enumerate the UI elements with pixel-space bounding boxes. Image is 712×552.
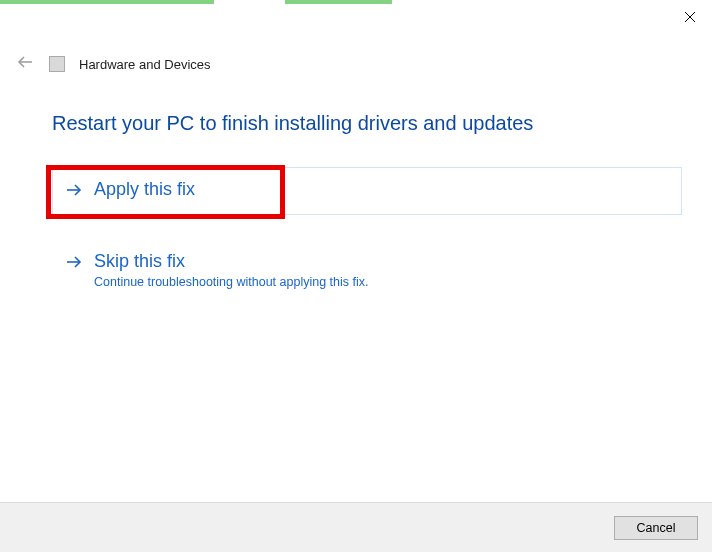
- cancel-button-label: Cancel: [637, 521, 676, 535]
- header-title: Hardware and Devices: [79, 57, 211, 72]
- titlebar: [0, 4, 712, 36]
- skip-fix-title: Skip this fix: [94, 251, 368, 273]
- troubleshooter-icon: [49, 56, 65, 72]
- back-button[interactable]: [15, 54, 35, 74]
- skip-fix-texts: Skip this fix Continue troubleshooting w…: [94, 251, 368, 289]
- header-row: Hardware and Devices: [15, 52, 697, 76]
- cancel-button[interactable]: Cancel: [614, 516, 698, 540]
- apply-fix-option[interactable]: Apply this fix: [52, 167, 682, 211]
- apply-fix-wrap: Apply this fix: [52, 167, 682, 211]
- main-heading: Restart your PC to finish installing dri…: [52, 110, 682, 137]
- footer-bar: Cancel: [0, 502, 712, 552]
- skip-fix-option[interactable]: Skip this fix Continue troubleshooting w…: [52, 239, 682, 299]
- arrow-right-icon: [66, 255, 82, 273]
- close-icon: [684, 9, 696, 27]
- skip-fix-subtitle: Continue troubleshooting without applyin…: [94, 275, 368, 289]
- arrow-right-icon: [66, 183, 82, 201]
- close-button[interactable]: [668, 4, 712, 32]
- apply-fix-title: Apply this fix: [94, 179, 195, 201]
- apply-fix-texts: Apply this fix: [94, 179, 195, 201]
- back-arrow-icon: [17, 54, 33, 74]
- troubleshooter-window: Hardware and Devices Restart your PC to …: [0, 0, 712, 552]
- content-area: Restart your PC to finish installing dri…: [52, 110, 682, 299]
